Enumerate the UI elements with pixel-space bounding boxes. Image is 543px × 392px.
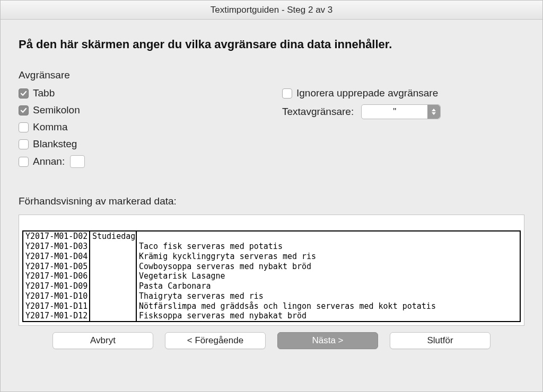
delimiter-semicolon-row[interactable]: Semikolon xyxy=(19,104,272,116)
ignore-repeated-checkbox[interactable] xyxy=(282,88,292,99)
table-cell: Pasta Carbonara xyxy=(136,281,520,291)
delimiter-tab-checkbox[interactable] xyxy=(19,88,29,99)
next-button[interactable]: Nästa > xyxy=(277,332,378,349)
text-qualifier-label: Textavgränsare: xyxy=(282,106,354,118)
svg-marker-1 xyxy=(432,112,436,115)
delimiter-other-label: Annan: xyxy=(33,156,65,167)
table-cell: Y2017-M01-D04 xyxy=(23,252,90,262)
delimiters-right-column: Ignorera upprepade avgränsare Textavgrän… xyxy=(272,87,524,168)
updown-icon xyxy=(427,105,440,119)
delimiter-other-input[interactable] xyxy=(70,155,85,168)
text-qualifier-value: " xyxy=(362,106,427,117)
delimiters-label: Avgränsare xyxy=(19,69,524,81)
delimiters-left-column: Tabb Semikolon Komma xyxy=(19,87,272,168)
table-cell: Y2017-M01-D03 xyxy=(23,242,90,252)
table-row: Y2017-M01-D11Nötfärslimpa med gräddsås o… xyxy=(23,301,520,311)
delimiter-semicolon-checkbox[interactable] xyxy=(19,105,29,115)
table-cell: Vegetarisk Lasagne xyxy=(136,271,520,281)
table-row: Y2017-M01-D02Studiedag xyxy=(23,231,520,242)
table-cell: Taco fisk serveras med potatis xyxy=(136,242,520,252)
text-qualifier-row: Textavgränsare: " xyxy=(282,104,524,119)
wizard-window: Textimportguiden - Steg 2 av 3 På den hä… xyxy=(0,0,543,392)
delimiter-space-checkbox[interactable] xyxy=(19,139,29,149)
delimiter-other-row[interactable]: Annan: xyxy=(19,155,272,168)
table-cell xyxy=(90,252,136,262)
wizard-content: På den här skärmen anger du vilka avgrän… xyxy=(1,20,542,391)
table-cell: Y2017-M01-D06 xyxy=(23,271,90,281)
table-row: Y2017-M01-D12Fisksoppa serveras med nyba… xyxy=(23,311,520,322)
preview-table: Y2017-M01-D02StudiedagY2017-M01-D03Taco … xyxy=(22,230,521,322)
table-cell: Studiedag xyxy=(90,231,136,242)
table-row: Y2017-M01-D09Pasta Carbonara xyxy=(23,281,520,291)
table-cell xyxy=(90,271,136,281)
table-cell xyxy=(90,311,136,322)
table-cell: Y2017-M01-D12 xyxy=(23,311,90,322)
delimiter-comma-checkbox[interactable] xyxy=(19,122,29,132)
table-row: Y2017-M01-D10Thaigryta serveras med ris xyxy=(23,291,520,301)
delimiter-tab-label: Tabb xyxy=(33,87,55,99)
preview-label: Förhandsvisning av markerad data: xyxy=(19,195,524,207)
table-cell: Nötfärslimpa med gräddsås och lingon ser… xyxy=(136,301,520,311)
table-cell xyxy=(90,291,136,301)
preview-header-space xyxy=(22,218,521,230)
window-title: Textimportguiden - Steg 2 av 3 xyxy=(1,1,542,20)
table-cell: Y2017-M01-D11 xyxy=(23,301,90,311)
table-row: Y2017-M01-D03Taco fisk serveras med pota… xyxy=(23,242,520,252)
table-cell: Y2017-M01-D10 xyxy=(23,291,90,301)
table-cell: Cowboysoppa serveras med nybakt bröd xyxy=(136,262,520,272)
delimiter-semicolon-label: Semikolon xyxy=(33,104,80,116)
ignore-repeated-row[interactable]: Ignorera upprepade avgränsare xyxy=(282,87,524,99)
table-cell: Thaigryta serveras med ris xyxy=(136,291,520,301)
wizard-button-row: Avbryt < Föregående Nästa > Slutför xyxy=(19,326,524,362)
table-cell: Y2017-M01-D05 xyxy=(23,262,90,272)
table-cell xyxy=(136,231,520,242)
table-row: Y2017-M01-D04Krämig kycklinggryta server… xyxy=(23,252,520,262)
delimiter-space-label: Blanksteg xyxy=(33,138,77,150)
cancel-button[interactable]: Avbryt xyxy=(52,332,153,349)
table-cell: Y2017-M01-D02 xyxy=(23,231,90,242)
table-cell xyxy=(90,242,136,252)
page-heading: På den här skärmen anger du vilka avgrän… xyxy=(19,38,524,51)
table-cell xyxy=(90,262,136,272)
table-row: Y2017-M01-D06Vegetarisk Lasagne xyxy=(23,271,520,281)
svg-marker-0 xyxy=(432,109,436,111)
delimiter-space-row[interactable]: Blanksteg xyxy=(19,138,272,150)
preview-box: Y2017-M01-D02StudiedagY2017-M01-D03Taco … xyxy=(19,215,524,326)
delimiters-section: Tabb Semikolon Komma xyxy=(19,87,524,168)
table-cell: Y2017-M01-D09 xyxy=(23,281,90,291)
finish-button[interactable]: Slutför xyxy=(390,332,491,349)
table-cell: Fisksoppa serveras med nybakat bröd xyxy=(136,311,520,322)
delimiter-comma-label: Komma xyxy=(33,121,67,133)
delimiter-comma-row[interactable]: Komma xyxy=(19,121,272,133)
delimiter-tab-row[interactable]: Tabb xyxy=(19,87,272,99)
table-row: Y2017-M01-D05Cowboysoppa serveras med ny… xyxy=(23,262,520,272)
back-button[interactable]: < Föregående xyxy=(165,332,266,349)
ignore-repeated-label: Ignorera upprepade avgränsare xyxy=(296,87,438,99)
table-cell xyxy=(90,301,136,311)
delimiter-other-checkbox[interactable] xyxy=(19,157,29,167)
table-cell: Krämig kycklinggryta serveras med ris xyxy=(136,252,520,262)
table-cell xyxy=(90,281,136,291)
text-qualifier-select[interactable]: " xyxy=(361,104,441,119)
